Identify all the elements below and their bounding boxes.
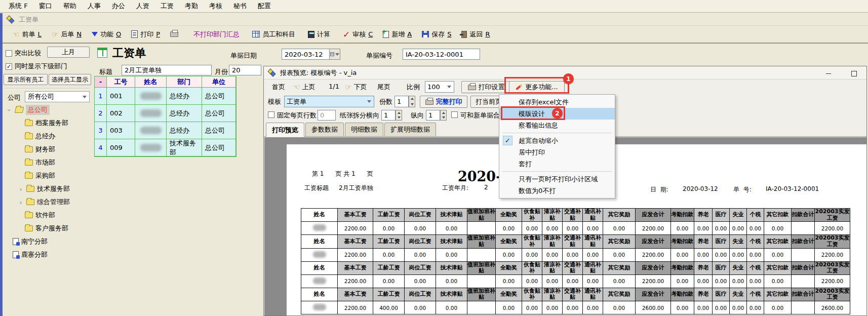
split-vertical-label: 纵向 bbox=[411, 111, 424, 120]
menu-item[interactable]: 工资 bbox=[155, 2, 179, 11]
print-setup-button[interactable]: 打印设置 bbox=[461, 81, 511, 93]
last-month-button[interactable]: 上月 bbox=[47, 47, 90, 58]
split-horizontal-spinner[interactable] bbox=[396, 110, 402, 121]
show-all-employees-button[interactable]: 显示所有员工 bbox=[4, 74, 48, 85]
page-count-text: 第 1 页 共 1 页 bbox=[312, 170, 373, 178]
split-vertical-input[interactable]: 1 bbox=[426, 110, 440, 121]
toolbar-button[interactable]: 计算 bbox=[308, 30, 333, 39]
column-header[interactable]: 工号 bbox=[107, 76, 135, 88]
context-menu-item[interactable]: ✓ 居中打印 bbox=[499, 146, 615, 158]
payslip-cell: 0.00 bbox=[522, 222, 542, 235]
column-header[interactable]: 姓名 bbox=[135, 76, 167, 88]
column-header[interactable]: 单位 bbox=[202, 76, 236, 88]
context-menu-item[interactable]: ✓ 套打 bbox=[499, 158, 615, 170]
context-menu-item[interactable]: ✓ 超宽自动缩小 bbox=[499, 135, 615, 146]
maximize-button[interactable] bbox=[848, 69, 859, 78]
tree-item[interactable]: 档案服务部 bbox=[3, 116, 92, 130]
tree-item[interactable]: 综合管理部 bbox=[3, 195, 92, 209]
full-print-button[interactable]: 完整打印 bbox=[420, 96, 467, 108]
template-select[interactable]: 工资单 bbox=[284, 96, 374, 107]
tree-item[interactable]: 总经办 bbox=[3, 130, 92, 143]
toolbar-button[interactable] bbox=[170, 31, 183, 37]
menu-item[interactable]: 配置 bbox=[252, 2, 277, 11]
tree-item[interactable]: 财务部 bbox=[3, 143, 92, 156]
tree-item[interactable]: 软件部 bbox=[3, 209, 92, 222]
payslip-col-header: 个税 bbox=[747, 261, 764, 274]
table-row[interactable]: 3 003 总经办 总公司 bbox=[95, 122, 236, 139]
tree-expander-icon[interactable] bbox=[18, 185, 24, 193]
toolbar-button[interactable]: 返回R bbox=[461, 30, 490, 39]
first-page-button[interactable]: 首页 bbox=[272, 83, 285, 92]
tree-item[interactable]: 采购部 bbox=[3, 169, 92, 182]
column-header[interactable]: 部门 bbox=[167, 76, 202, 88]
table-row[interactable]: 4 009 技术服务部 总公司 bbox=[95, 139, 236, 156]
tab[interactable]: 扩展明细数据 bbox=[384, 123, 436, 136]
calendar-dropdown-button[interactable] bbox=[329, 49, 340, 60]
select-employees-button[interactable]: 选择员工显示 bbox=[49, 74, 91, 85]
toolbar-button[interactable]: 后单N bbox=[52, 30, 82, 39]
more-functions-button[interactable]: 更多功能... bbox=[509, 81, 565, 93]
payslip-cell: 2200.00 bbox=[815, 248, 850, 261]
menu-item[interactable]: 窗口 bbox=[33, 2, 58, 11]
menu-item[interactable]: 人事 bbox=[82, 2, 106, 11]
tree-item[interactable]: 技术服务部 bbox=[3, 182, 92, 195]
toolbar-button[interactable]: 不打印部门汇总 bbox=[193, 30, 242, 39]
menu-item[interactable]: 系统 F bbox=[3, 2, 33, 11]
column-header[interactable]: - bbox=[95, 76, 107, 88]
toolbar-button[interactable]: 新增A bbox=[383, 30, 412, 39]
context-menu-item[interactable]: ✓ 数值为0不打 bbox=[499, 185, 615, 196]
month-field[interactable]: 20 bbox=[229, 65, 261, 75]
tree-expander-icon[interactable] bbox=[7, 106, 13, 114]
show-sub-depts-checkbox[interactable]: ✓ 同时显示下级部门 bbox=[6, 62, 67, 71]
company-select[interactable]: 所有公司 bbox=[25, 91, 90, 102]
split-horizontal-input[interactable]: 1 bbox=[381, 110, 396, 121]
payslip-cell: 0.00 bbox=[563, 222, 583, 235]
menu-item[interactable]: 帮助 bbox=[58, 2, 82, 11]
merge-print-checkbox[interactable] bbox=[451, 111, 458, 118]
tree-item[interactable]: 南宁分部 bbox=[3, 235, 92, 248]
toolbar-button[interactable]: 功能O bbox=[92, 30, 121, 39]
context-menu-item[interactable]: ✓ 察看输出信息 bbox=[499, 120, 615, 131]
caption-field[interactable]: 2月工资单独 bbox=[122, 65, 212, 75]
tree-item[interactable]: 总公司 bbox=[3, 103, 92, 116]
toolbar-button[interactable]: 打印P bbox=[131, 30, 160, 39]
tree-item[interactable]: 市场部 bbox=[3, 156, 92, 169]
copies-spinner[interactable] bbox=[409, 96, 415, 107]
split-vertical-spinner[interactable] bbox=[440, 110, 447, 121]
tree-item[interactable]: 客户服务部 bbox=[3, 222, 92, 235]
prev-page-button[interactable]: 上页 bbox=[293, 83, 315, 92]
highlight-compare-checkbox[interactable]: 突出比较 bbox=[6, 49, 41, 58]
tree-expander-icon[interactable] bbox=[18, 199, 24, 206]
menu-item[interactable]: 办公 bbox=[106, 2, 131, 11]
last-page-button[interactable]: 尾页 bbox=[377, 83, 390, 92]
fixed-rows-checkbox[interactable] bbox=[268, 111, 274, 118]
next-page-button[interactable]: 下页 bbox=[345, 83, 367, 92]
context-menu-item[interactable]: ✓ bbox=[499, 170, 615, 173]
menu-item[interactable]: 人资 bbox=[131, 2, 155, 11]
context-menu-item[interactable]: ✓ bbox=[499, 131, 615, 135]
minimize-button[interactable] bbox=[823, 69, 834, 78]
copies-input[interactable]: 1 bbox=[394, 96, 409, 107]
toolbar-button[interactable]: 保存S bbox=[422, 30, 451, 39]
tab[interactable]: 明细数据 bbox=[345, 123, 383, 136]
tab[interactable]: 参数数据 bbox=[305, 123, 344, 136]
tab[interactable]: 打印预览 bbox=[266, 123, 304, 137]
payroll-form-icon bbox=[97, 48, 107, 58]
menu-item[interactable]: 考核 bbox=[204, 2, 228, 11]
context-menu-item[interactable]: ✓ 只有一页时不打印小计区域 bbox=[499, 173, 615, 185]
tree-item[interactable]: 鹿寨分部 bbox=[3, 248, 92, 261]
toolbar-button[interactable]: 审核C bbox=[343, 29, 373, 40]
table-row[interactable]: 2 002 总经办 总公司 bbox=[95, 105, 236, 122]
context-menu-item[interactable]: ✓ 保存到excel文件 bbox=[499, 96, 615, 108]
menu-item[interactable]: 秘书 bbox=[228, 2, 252, 11]
fixed-rows-input[interactable]: 0 bbox=[318, 110, 336, 121]
toolbar-button[interactable]: 员工和科目 bbox=[252, 30, 298, 39]
doc-number-field[interactable]: IA-20-03-12-0001 bbox=[403, 49, 480, 60]
company-label: 公司 bbox=[8, 93, 21, 102]
menu-item[interactable]: 考勤 bbox=[179, 2, 204, 11]
toolbar-button[interactable]: 前单L bbox=[13, 30, 42, 39]
payslip-cell: 2200.00 bbox=[636, 222, 671, 235]
scale-select[interactable]: 100 bbox=[425, 81, 454, 93]
table-row[interactable]: 1 001 总经办 总公司 bbox=[95, 88, 236, 105]
doc-date-field[interactable]: 2020-03-12 bbox=[282, 49, 330, 60]
